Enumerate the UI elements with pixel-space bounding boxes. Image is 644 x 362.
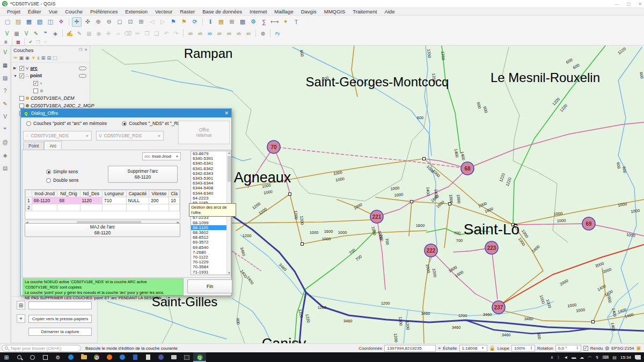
mouse-position-icon[interactable]: ⌖: [438, 345, 441, 351]
grid-icon[interactable]: ⊞: [17, 301, 25, 309]
map-node-68[interactable]: 68: [461, 162, 474, 175]
arc-list-item[interactable]: 69-3572: [191, 240, 228, 245]
fin-button[interactable]: Fin: [187, 279, 232, 293]
zoom-in-icon[interactable]: ⊕: [93, 17, 103, 27]
refresh-map-icon[interactable]: ⟳: [190, 17, 200, 27]
zoom-to-selection-icon[interactable]: ⊡: [126, 17, 135, 27]
start-capture-button[interactable]: Démarrer la capture: [28, 328, 92, 336]
epsg-label[interactable]: EPSG:2154: [611, 346, 634, 351]
tab-point[interactable]: Point: [23, 142, 44, 150]
move-feature-icon[interactable]: ▱: [114, 29, 122, 38]
table-header-longueur[interactable]: Longueur: [102, 190, 126, 197]
new-project-icon[interactable]: ▢: [3, 17, 12, 27]
zoom-next-icon[interactable]: ▷: [158, 17, 167, 27]
zoom-last-icon[interactable]: ◁: [147, 17, 157, 27]
raster-pattern-plugin-icon[interactable]: ▩: [15, 39, 21, 45]
plugin-vector-2-icon[interactable]: V: [1, 113, 9, 121]
table-cell[interactable]: [126, 204, 149, 211]
keyboard-icon[interactable]: ⌨: [603, 355, 609, 360]
coordinate-input[interactable]: 1397994,8219235: [384, 345, 436, 352]
table-header-nd_orig[interactable]: Nd_Orig: [57, 190, 80, 197]
menu-aide[interactable]: Aide: [380, 9, 398, 14]
plugin-check-icon[interactable]: ✔: [27, 39, 34, 45]
georeferencer-icon[interactable]: ⊚: [259, 29, 267, 38]
table-cell[interactable]: 200: [149, 197, 169, 204]
chrome-app[interactable]: [90, 352, 103, 362]
notification-center-icon[interactable]: [635, 355, 641, 360]
menu-traitement[interactable]: Traitement: [349, 9, 380, 14]
delete-selected-icon[interactable]: ⌫: [123, 29, 132, 38]
map-node-70[interactable]: 70: [267, 141, 280, 153]
arc-list-item[interactable]: 6343-6344: [191, 181, 228, 186]
change-label-icon[interactable]: ab: [244, 29, 253, 38]
arc-list-item[interactable]: 68-3602: [191, 230, 228, 235]
arc-list-item[interactable]: 6344-6340: [191, 191, 228, 196]
dialog-close-icon[interactable]: ✕: [224, 110, 229, 116]
minimize-button[interactable]: —: [615, 0, 619, 8]
explorer-app[interactable]: [77, 352, 90, 362]
panel-close-icon[interactable]: ✕: [84, 48, 87, 52]
menu-internet[interactable]: Internet: [246, 9, 270, 14]
pan-to-selection-icon[interactable]: ✜: [83, 17, 92, 27]
table-cell[interactable]: 710: [102, 197, 126, 204]
pan-map-icon[interactable]: ✛: [72, 17, 82, 27]
table-cell[interactable]: [102, 204, 126, 211]
menu-base-de-donn-es[interactable]: Base de données: [199, 9, 246, 14]
add-delimited-text-icon[interactable]: ❞: [41, 29, 50, 38]
processing-toolbox-icon[interactable]: ⚙: [248, 17, 258, 27]
map-node-222[interactable]: 222: [425, 244, 437, 257]
plugin-at-icon[interactable]: @: [1, 138, 9, 146]
copy-features-icon[interactable]: ❐: [143, 29, 151, 38]
search-button[interactable]: [13, 352, 26, 362]
arc-list-item[interactable]: 68-1099: [191, 220, 228, 225]
arc-list-item[interactable]: 6340-6341: [191, 161, 228, 166]
power-icon[interactable]: ↯: [595, 355, 599, 360]
filter-legend-icon[interactable]: ▼: [31, 55, 36, 61]
layer-item[interactable]: ⊙: [11, 87, 90, 94]
arc-list-item[interactable]: 7-2680: [191, 250, 228, 255]
radio-double-sens[interactable]: Double sens: [46, 178, 78, 183]
paste-features-icon[interactable]: ❑: [152, 29, 161, 38]
arc-list-item[interactable]: 63-8679: [191, 151, 228, 156]
locator-search-input[interactable]: Taper pour trouver (Ctrl+K): [2, 345, 81, 352]
arc-list-item[interactable]: 71-1931: [191, 270, 228, 275]
delete-arc-button[interactable]: Supprimer l'arc68-1120: [108, 166, 178, 183]
table-header-capacité[interactable]: Capacité: [126, 190, 149, 197]
expand-all-icon[interactable]: ⊞: [41, 55, 46, 61]
map-node-237[interactable]: 237: [492, 301, 505, 314]
layer-visibility-checkbox[interactable]: ✓: [19, 73, 24, 78]
bluetooth-icon[interactable]: ᛒ: [557, 355, 560, 360]
layer-labeling-icon[interactable]: ab: [186, 29, 195, 38]
add-wms-layer-icon[interactable]: ◈: [51, 29, 60, 38]
rotate-label-icon[interactable]: ab: [235, 29, 243, 38]
table-cell[interactable]: 68-1120: [32, 197, 57, 204]
zoom-out-icon[interactable]: ⊖: [104, 17, 114, 27]
table-header-vitesse[interactable]: Vitesse: [149, 190, 169, 197]
arc-list-item[interactable]: 70-1122: [191, 255, 228, 260]
python-console-icon[interactable]: Py: [273, 29, 282, 38]
attribute-table-icon[interactable]: ⊞: [227, 17, 237, 27]
firefox-app[interactable]: [103, 352, 116, 362]
teams-app[interactable]: [155, 352, 167, 362]
layer-diagram-icon[interactable]: ab: [196, 29, 204, 38]
plugin-annotation-icon[interactable]: ❞: [1, 125, 9, 134]
copy-clipboard-button[interactable]: Copier vers le presse-papiers: [28, 315, 92, 323]
scale-combo[interactable]: 1:18008▼: [459, 345, 487, 352]
plugin-diamond-icon[interactable]: ◈: [1, 151, 9, 159]
vertex-tool-icon[interactable]: ✣: [104, 29, 113, 38]
render-checkbox[interactable]: ✓: [583, 346, 588, 351]
field-calculator-icon[interactable]: ▩: [238, 17, 247, 27]
text-annotation-icon[interactable]: T: [291, 17, 301, 27]
layer-item[interactable]: ✓∘: [11, 79, 90, 87]
arc-list-item[interactable]: 6341-6342: [191, 166, 228, 171]
wifi-icon[interactable]: ◠: [588, 355, 591, 360]
arc-list-item[interactable]: 64-2223: [191, 196, 228, 201]
open-layer-styling-icon[interactable]: ✑: [13, 55, 18, 61]
table-header-cla[interactable]: Cla: [169, 190, 180, 197]
menu-pr-f-rences[interactable]: Préférences: [86, 9, 121, 14]
plugin-grid-icon[interactable]: ▦: [1, 61, 9, 69]
radio-memory[interactable]: Couches "point" et "arc" en mémoire: [26, 121, 107, 126]
add-group-icon[interactable]: ▣: [19, 55, 24, 61]
plugin-faded-2-icon[interactable]: ✧: [42, 39, 49, 45]
layer-visibility-checkbox[interactable]: [19, 96, 24, 101]
